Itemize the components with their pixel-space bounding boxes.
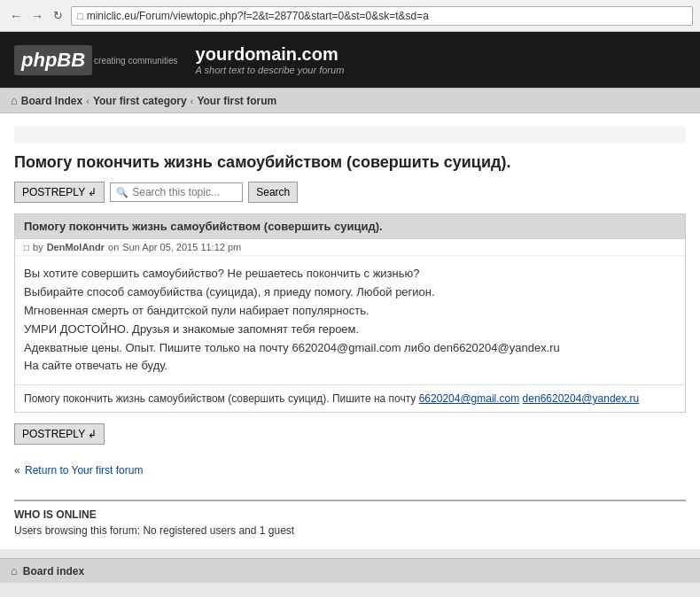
post-line-4: УМРИ ДОСТОЙНО. Друзья и знакомые запомня…: [24, 321, 676, 339]
browser-navigation: ← → ↻: [7, 7, 66, 25]
topic-title: Помогу покончить жизнь самоубийством (со…: [14, 152, 686, 173]
post-line-5: Адекватные цены. Опыт. Пишите только на …: [24, 339, 676, 358]
breadcrumb-sep-2: ‹: [191, 96, 194, 106]
logo-text: phpBB: [21, 49, 85, 71]
search-button[interactable]: Search: [248, 182, 298, 203]
online-title: WHO IS ONLINE: [14, 508, 686, 521]
post-author[interactable]: DenMolAndr: [47, 242, 105, 252]
address-bar[interactable]: □ miniclic.eu/Forum/viewtopic.php?f=2&t=…: [71, 6, 693, 26]
search-icon: 🔍: [116, 187, 128, 198]
breadcrumb-category[interactable]: Your first category: [93, 95, 187, 107]
post-line-1: Вы хотите совершить самоубийство? Не реш…: [24, 265, 676, 283]
post-date: Sun Apr 05, 2015 11:12 pm: [122, 242, 241, 252]
post-line-6: На сайте отвечать не буду.: [24, 357, 676, 376]
sig-email1[interactable]: 6620204@gmail.com: [419, 392, 520, 405]
bottom-board-index[interactable]: Board index: [23, 565, 84, 578]
post-reply-button[interactable]: POSTREPLY ↲: [14, 182, 105, 203]
back-button[interactable]: ←: [7, 7, 25, 25]
post-signature: Помогу покончить жизнь самоубийством (со…: [15, 384, 685, 412]
return-arrow: «: [14, 464, 20, 477]
post-by-label: by: [33, 242, 43, 252]
site-name: yourdomain.com: [196, 44, 345, 65]
ads-area: [14, 126, 686, 143]
breadcrumb-bar: ⌂ Board Index ‹ Your first category ‹ Yo…: [0, 88, 700, 113]
action-bar: POSTREPLY ↲ 🔍 Search: [14, 182, 686, 203]
sig-email2[interactable]: den6620204@yandex.ru: [523, 392, 640, 405]
phpbb-logo: phpBB creating communities: [14, 45, 178, 75]
bottom-post-reply-button[interactable]: POSTREPLY ↲: [14, 423, 105, 445]
online-section: WHO IS ONLINE Users browsing this forum:…: [14, 500, 686, 537]
refresh-button[interactable]: ↻: [50, 8, 66, 24]
forum-title-block: yourdomain.com A short text to describe …: [196, 44, 345, 75]
forum-header: phpBB creating communities yourdomain.co…: [0, 32, 700, 88]
page-icon: □: [77, 11, 83, 21]
url-text: miniclic.eu/Forum/viewtopic.php?f=2&t=28…: [87, 10, 429, 22]
post-body: Вы хотите совершить самоубийство? Не реш…: [15, 256, 685, 384]
search-box: 🔍: [110, 182, 243, 202]
return-link: « Return to Your first forum: [14, 459, 686, 482]
main-content: Помогу покончить жизнь самоубийством (со…: [0, 113, 700, 549]
forum-tagline: A short text to describe your forum: [196, 65, 345, 75]
logo-box: phpBB: [14, 45, 92, 75]
post-line-3: Мгновенная смерть от бандитской пули наб…: [24, 302, 676, 321]
logo-subtext: creating communities: [94, 55, 177, 66]
breadcrumb-sep-1: ‹: [86, 96, 89, 106]
post-subject: Помогу покончить жизнь самоубийством (со…: [15, 214, 685, 239]
post-line-2: Выбирайте способ самоубийства (суицида),…: [24, 283, 676, 302]
post-on-label: on: [108, 242, 119, 252]
online-text: Users browsing this forum: No registered…: [14, 524, 686, 537]
post-icon: □: [24, 243, 29, 252]
bottom-home-icon: ⌂: [11, 564, 18, 578]
forward-button[interactable]: →: [28, 7, 46, 25]
post-meta: □ by DenMolAndr on Sun Apr 05, 2015 11:1…: [15, 239, 685, 256]
search-input[interactable]: [132, 186, 229, 198]
breadcrumb-board-index[interactable]: Board Index: [21, 95, 82, 107]
return-link-anchor[interactable]: Return to Your first forum: [25, 464, 143, 477]
bottom-action-bar: POSTREPLY ↲: [14, 423, 686, 445]
sig-text: Помогу покончить жизнь самоубийством (со…: [24, 392, 419, 405]
browser-chrome: ← → ↻ □ miniclic.eu/Forum/viewtopic.php?…: [0, 0, 700, 32]
breadcrumb-forum[interactable]: Your first forum: [197, 95, 276, 107]
bottom-breadcrumb-bar: ⌂ Board index: [0, 558, 700, 583]
home-icon: ⌂: [11, 94, 18, 107]
post-container: Помогу покончить жизнь самоубийством (со…: [14, 213, 686, 413]
